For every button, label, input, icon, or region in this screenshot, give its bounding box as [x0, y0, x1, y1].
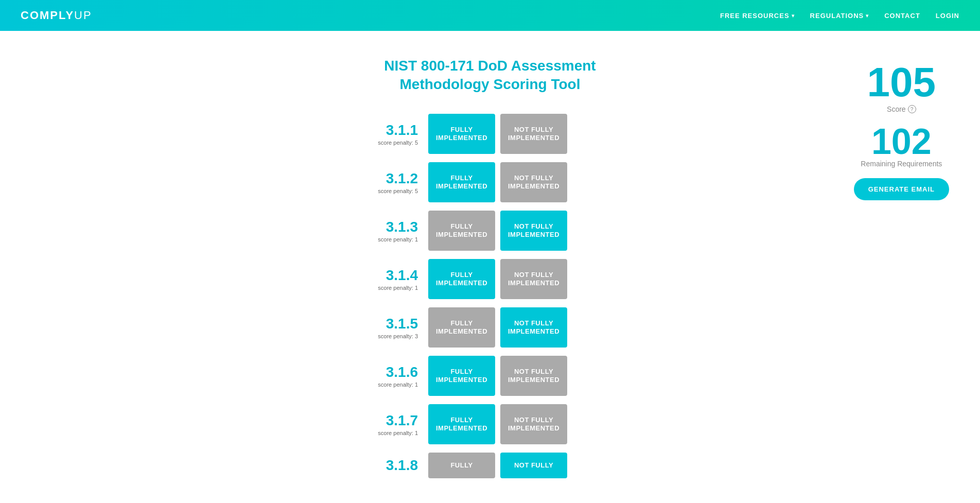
- score-block: 105 Score ?: [867, 62, 936, 113]
- fully-implemented-button[interactable]: FULLY IMPLEMENTED: [428, 356, 495, 396]
- fully-implemented-button[interactable]: FULLY IMPLEMENTED: [428, 404, 495, 444]
- req-label: 3.1.3 score penalty: 1: [361, 219, 423, 242]
- req-label: 3.1.8: [361, 457, 423, 474]
- table-row: 3.1.1 score penalty: 5 FULLY IMPLEMENTED…: [361, 110, 619, 158]
- not-fully-implemented-button[interactable]: NOT FULLY IMPLEMENTED: [500, 404, 567, 444]
- fully-implemented-button[interactable]: FULLY IMPLEMENTED: [428, 211, 495, 251]
- site-header: COMPLYUP FREE RESOURCES ▾ REGULATIONS ▾ …: [0, 0, 980, 31]
- remaining-value: 102: [871, 124, 932, 160]
- remaining-label: Remaining Requirements: [861, 160, 942, 168]
- not-fully-implemented-button[interactable]: NOT FULLY: [500, 453, 567, 478]
- score-value: 105: [867, 62, 936, 103]
- req-label: 3.1.4 score penalty: 1: [361, 267, 423, 291]
- main-nav: FREE RESOURCES ▾ REGULATIONS ▾ CONTACT L…: [720, 12, 959, 20]
- remaining-block: 102 Remaining Requirements: [861, 124, 942, 168]
- not-fully-implemented-button[interactable]: NOT FULLY IMPLEMENTED: [500, 307, 567, 348]
- table-row: 3.1.8 FULLY NOT FULLY: [361, 448, 619, 482]
- req-label: 3.1.1 score penalty: 5: [361, 122, 423, 146]
- nav-contact[interactable]: CONTACT: [884, 12, 920, 20]
- table-row: 3.1.6 score penalty: 1 FULLY IMPLEMENTED…: [361, 352, 619, 400]
- table-row: 3.1.5 score penalty: 3 FULLY IMPLEMENTED…: [361, 303, 619, 352]
- req-label: 3.1.2 score penalty: 5: [361, 170, 423, 194]
- not-fully-implemented-button[interactable]: NOT FULLY IMPLEMENTED: [500, 114, 567, 154]
- table-row: 3.1.2 score penalty: 5 FULLY IMPLEMENTED…: [361, 158, 619, 206]
- chevron-down-icon: ▾: [792, 13, 795, 19]
- side-panel: 105 Score ? 102 Remaining Requirements G…: [854, 62, 949, 200]
- nav-free-resources[interactable]: FREE RESOURCES ▾: [720, 12, 795, 20]
- req-label: 3.1.7 score penalty: 1: [361, 412, 423, 436]
- not-fully-implemented-button[interactable]: NOT FULLY IMPLEMENTED: [500, 162, 567, 202]
- table-row: 3.1.4 score penalty: 1 FULLY IMPLEMENTED…: [361, 255, 619, 303]
- fully-implemented-button[interactable]: FULLY IMPLEMENTED: [428, 162, 495, 202]
- scoring-list: 3.1.1 score penalty: 5 FULLY IMPLEMENTED…: [361, 110, 619, 482]
- center-panel: NIST 800-171 DoD Assessment Methodology …: [361, 41, 619, 482]
- table-row: 3.1.3 score penalty: 1 FULLY IMPLEMENTED…: [361, 206, 619, 255]
- fully-implemented-button[interactable]: FULLY IMPLEMENTED: [428, 114, 495, 154]
- not-fully-implemented-button[interactable]: NOT FULLY IMPLEMENTED: [500, 356, 567, 396]
- req-label: 3.1.5 score penalty: 3: [361, 316, 423, 339]
- score-label: Score ?: [887, 105, 916, 113]
- generate-email-button[interactable]: GENERATE EMAIL: [854, 178, 949, 200]
- table-row: 3.1.7 score penalty: 1 FULLY IMPLEMENTED…: [361, 400, 619, 448]
- main-content: NIST 800-171 DoD Assessment Methodology …: [0, 0, 980, 482]
- fully-implemented-button[interactable]: FULLY: [428, 453, 495, 478]
- chevron-down-icon: ▾: [866, 13, 869, 19]
- help-icon[interactable]: ?: [908, 105, 916, 113]
- not-fully-implemented-button[interactable]: NOT FULLY IMPLEMENTED: [500, 259, 567, 299]
- req-label: 3.1.6 score penalty: 1: [361, 364, 423, 388]
- fully-implemented-button[interactable]: FULLY IMPLEMENTED: [428, 307, 495, 348]
- not-fully-implemented-button[interactable]: NOT FULLY IMPLEMENTED: [500, 211, 567, 251]
- page-title: NIST 800-171 DoD Assessment Methodology …: [384, 57, 596, 94]
- fully-implemented-button[interactable]: FULLY IMPLEMENTED: [428, 259, 495, 299]
- nav-login[interactable]: LOGIN: [936, 12, 959, 20]
- nav-regulations[interactable]: REGULATIONS ▾: [810, 12, 869, 20]
- logo: COMPLYUP: [21, 9, 92, 22]
